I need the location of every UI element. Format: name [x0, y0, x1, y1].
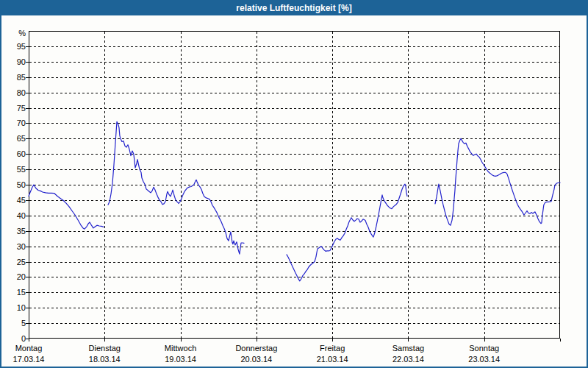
x-axis-date-label: 22.03.14 [375, 355, 441, 364]
x-axis-day-label: Sonntag [451, 344, 517, 353]
y-axis-label: 55 [0, 165, 26, 174]
y-axis-label: 40 [0, 211, 26, 221]
chart-title: relative Luftfeuchtigkeit [%] [236, 3, 351, 13]
y-axis-label: 25 [0, 258, 26, 267]
y-axis-label: 65 [0, 134, 26, 144]
title-bar: relative Luftfeuchtigkeit [%] [0, 0, 588, 15]
x-axis-date-label: 18.03.14 [71, 355, 137, 364]
x-axis-date-label: 17.03.14 [0, 355, 62, 364]
y-axis-label: 20 [0, 272, 26, 282]
humidity-chart [0, 0, 588, 368]
humidity-line-segment [435, 138, 560, 225]
x-axis-day-label: Dienstag [71, 344, 137, 353]
y-axis-label: 45 [0, 196, 26, 205]
chart-window: relative Luftfeuchtigkeit [%] %051015202… [0, 0, 588, 368]
y-axis-label: 30 [0, 242, 26, 252]
y-axis-unit-label: % [0, 29, 26, 38]
y-axis-label: 10 [0, 303, 26, 313]
x-axis-day-label: Montag [0, 344, 62, 353]
y-axis-label: 35 [0, 227, 26, 236]
y-axis-label: 15 [0, 288, 26, 297]
y-axis-label: 75 [0, 104, 26, 113]
y-axis-label: 50 [0, 180, 26, 190]
y-axis-label: 0 [0, 334, 26, 344]
x-axis-date-label: 21.03.14 [299, 355, 365, 364]
x-axis-day-label: Mittwoch [148, 344, 214, 353]
y-axis-label: 80 [0, 88, 26, 98]
humidity-line-segment [108, 121, 244, 254]
x-axis-day-label: Donnerstag [223, 344, 290, 353]
x-axis-date-label: 20.03.14 [223, 355, 290, 364]
x-axis-date-label: 23.03.14 [451, 355, 517, 364]
x-axis-day-label: Freitag [299, 344, 365, 353]
y-axis-label: 70 [0, 118, 26, 128]
y-axis-label: 5 [0, 319, 26, 328]
humidity-line-segment [287, 184, 407, 281]
humidity-line-segment [29, 185, 104, 229]
x-axis-day-label: Samstag [375, 344, 441, 353]
y-axis-label: 60 [0, 149, 26, 159]
y-axis-label: 85 [0, 73, 26, 82]
y-axis-label: 95 [0, 42, 26, 52]
x-axis-date-label: 19.03.14 [148, 355, 214, 364]
y-axis-label: 90 [0, 57, 26, 67]
